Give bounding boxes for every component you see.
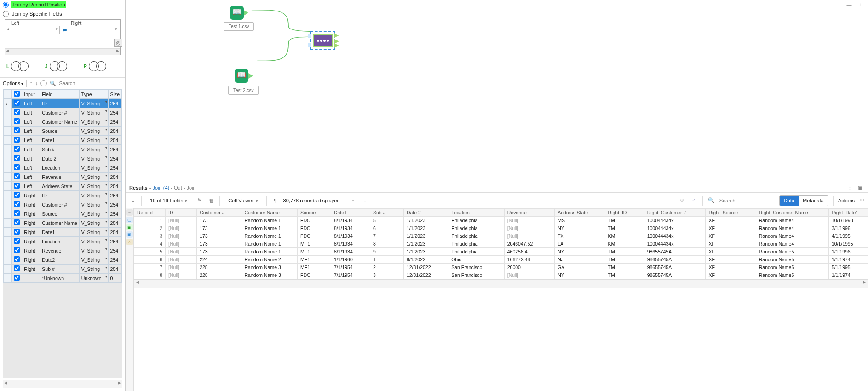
cell-type[interactable]: V_String — [79, 182, 108, 191]
cell-type[interactable]: V_String — [79, 154, 108, 163]
results-table[interactable]: RecordIDCustomer #Customer NameSourceDat… — [134, 208, 868, 391]
join-anchor-R-out[interactable] — [334, 43, 339, 48]
row-check[interactable] — [14, 201, 20, 207]
results-tab[interactable]: Results — [129, 185, 148, 190]
table-row[interactable]: LeftCustomer NameV_String254 — [4, 117, 122, 126]
col-header[interactable]: Right_ID — [605, 209, 644, 217]
spec-options-button[interactable]: ◎ — [114, 39, 122, 47]
table-row[interactable]: RightDate2V_String254 — [4, 255, 122, 264]
table-row[interactable]: 5[Null]173Random Name 1MF18/1/193491/1/2… — [134, 248, 868, 256]
field-search-input[interactable] — [59, 80, 100, 86]
col-header[interactable]: Sub # — [370, 209, 404, 217]
col-header[interactable]: Date 2 — [403, 209, 448, 217]
edit-icon[interactable]: ✎ — [195, 197, 203, 203]
join-by-fields-radio[interactable]: Join by Specific Fields — [0, 9, 125, 18]
table-row[interactable]: 4[Null]173Random Name 1MF18/1/193481/1/2… — [134, 240, 868, 248]
radio-position[interactable] — [3, 2, 9, 8]
move-down-icon[interactable]: ↓ — [35, 80, 38, 86]
hdr-type[interactable]: Type — [79, 90, 108, 99]
gutter-all[interactable]: ≡ — [126, 209, 133, 216]
table-row[interactable]: RightLocationV_String254 — [4, 237, 122, 246]
col-header[interactable]: Revenue — [504, 209, 554, 217]
col-header[interactable]: ID — [166, 209, 197, 217]
table-row[interactable]: LeftSourceV_String254 — [4, 126, 122, 136]
table-row[interactable]: LeftLocationV_String254 — [4, 163, 122, 172]
table-row[interactable]: 1[Null]173Random Name 1FDC8/1/193451/1/2… — [134, 217, 868, 224]
cell-type[interactable]: V_String — [79, 200, 108, 209]
cell-viewer-dropdown[interactable]: Cell Viewer▾ — [224, 196, 261, 205]
table-row[interactable]: *UnknownUnknown0 — [4, 274, 122, 283]
hdr-field[interactable]: Field — [40, 90, 79, 99]
table-row[interactable]: RightSourceV_String254 — [4, 209, 122, 218]
col-header[interactable]: Source — [297, 209, 331, 217]
row-check[interactable] — [14, 183, 20, 189]
row-check[interactable] — [14, 100, 20, 106]
table-row[interactable]: 6[Null]224Random Name 2MF11/1/196018/1/2… — [134, 256, 868, 264]
cell-type[interactable]: V_String — [79, 172, 108, 182]
col-header[interactable]: Location — [448, 209, 505, 217]
results-popout-icon[interactable]: ▣ — [856, 185, 864, 191]
table-row[interactable]: RightDate1V_String254 — [4, 228, 122, 237]
row-check[interactable] — [14, 118, 20, 124]
sort-down-icon[interactable]: ↓ — [362, 198, 369, 203]
gutter-warn[interactable]: ○ — [126, 239, 133, 245]
table-row[interactable]: 7[Null]228Random Name 3MF17/1/1954212/31… — [134, 264, 868, 271]
row-check[interactable] — [14, 146, 20, 152]
row-check[interactable] — [14, 137, 20, 143]
check-icon[interactable]: ✓ — [690, 197, 698, 203]
trash-icon[interactable]: 🗑 — [207, 198, 215, 203]
cell-type[interactable]: V_String — [79, 209, 108, 218]
cell-type[interactable]: V_String — [79, 136, 108, 145]
spec-left-select[interactable] — [11, 26, 60, 34]
fields-dropdown[interactable]: 19 of 19 Fields▾ — [146, 196, 191, 205]
row-check[interactable] — [14, 238, 20, 244]
table-row[interactable]: 3[Null]173Random Name 1FDC8/1/193471/1/2… — [134, 232, 868, 240]
filter-off-icon[interactable]: ⊘ — [678, 197, 686, 203]
results-hscroll[interactable] — [134, 279, 868, 288]
table-row[interactable]: LeftDate 2V_String254 — [4, 154, 122, 163]
col-header[interactable]: Right_Customer # — [644, 209, 706, 217]
info-icon[interactable]: i — [40, 80, 47, 86]
window-controls[interactable]: — + — [847, 2, 864, 7]
actions-dropdown[interactable]: Actions — [838, 198, 855, 203]
cell-type[interactable]: V_String — [79, 218, 108, 228]
input-node-1-anchor[interactable] — [244, 10, 248, 16]
row-check[interactable] — [14, 155, 20, 161]
cell-type[interactable]: V_String — [79, 126, 108, 136]
join-anchor-J-out[interactable] — [334, 39, 339, 44]
options-menu[interactable]: Options — [3, 80, 23, 86]
venn-join[interactable]: J — [45, 61, 68, 72]
hdr-input[interactable]: Input — [22, 90, 40, 99]
spec-hscroll[interactable] — [5, 48, 120, 55]
col-header[interactable]: Right_Date1 — [828, 209, 868, 217]
join-node[interactable] — [310, 31, 335, 50]
cell-type[interactable]: V_String — [79, 228, 108, 237]
input-node-2[interactable] — [235, 69, 248, 83]
table-row[interactable]: ▸LeftIDV_String254 — [4, 99, 122, 108]
gutter-files[interactable]: ▣ — [126, 224, 133, 230]
toggle-metadata[interactable]: Metadata — [799, 196, 828, 206]
table-row[interactable]: LeftAddress StateV_String254 — [4, 182, 122, 191]
row-check[interactable] — [14, 127, 20, 133]
cell-type[interactable]: V_String — [79, 163, 108, 172]
sort-up-icon[interactable]: ↑ — [350, 198, 357, 203]
cell-type[interactable]: V_String — [79, 237, 108, 246]
gutter-links[interactable]: ▣ — [126, 231, 133, 238]
cell-type[interactable]: V_String — [79, 108, 108, 117]
row-check[interactable] — [14, 164, 20, 170]
join-anchor-L-out[interactable] — [334, 33, 339, 38]
venn-left[interactable]: L — [6, 61, 29, 72]
col-header[interactable]: Date1 — [331, 209, 370, 217]
cell-type[interactable]: V_String — [79, 145, 108, 154]
grid-check-all[interactable] — [12, 90, 22, 99]
swap-icon[interactable]: ⇄ — [60, 28, 70, 33]
cell-type[interactable]: V_String — [79, 117, 108, 126]
row-check[interactable] — [14, 275, 20, 281]
field-grid-hscroll[interactable] — [3, 380, 122, 388]
input-node-2-anchor[interactable] — [248, 73, 253, 79]
row-check[interactable] — [14, 265, 20, 271]
table-row[interactable]: LeftSub #V_String254 — [4, 145, 122, 154]
join-anchor-L[interactable] — [308, 34, 311, 38]
table-row[interactable]: RightCustomer #V_String254 — [4, 200, 122, 209]
col-header[interactable]: Customer # — [197, 209, 241, 217]
